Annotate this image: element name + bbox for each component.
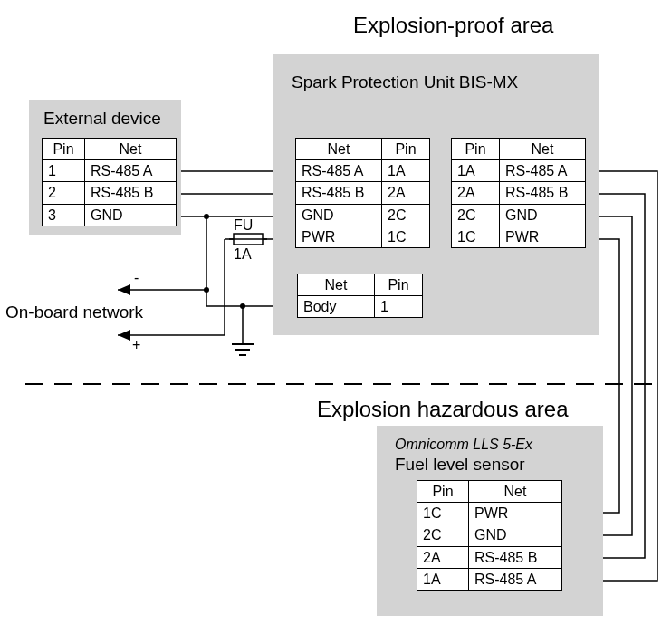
external-device-title: External device (43, 109, 161, 129)
col-net: Net (85, 139, 177, 160)
svg-marker-10 (118, 330, 130, 341)
plus-label: + (132, 337, 140, 353)
table-row: 1CPWR (452, 226, 586, 247)
spark-right-table: Pin Net 1ARS-485 A 2ARS-485 B 2CGND 1CPW… (451, 138, 586, 248)
table-row: 2RS-485 B (43, 182, 177, 204)
minus-label: - (134, 270, 139, 286)
col-net: Net (500, 139, 586, 160)
table-row: Body1 (298, 296, 423, 318)
svg-marker-7 (118, 284, 130, 295)
table-row: 1RS-485 A (43, 160, 177, 182)
table-row: 3GND (43, 204, 177, 226)
fuel-sensor-table: Pin Net 1CPWR 2CGND 2ARS-485 B 1ARS-485 … (417, 480, 562, 591)
fuse-rating-label: 1A (234, 246, 252, 263)
col-pin: Pin (417, 481, 469, 503)
col-net: Net (298, 274, 375, 296)
table-row: 2ARS-485 B (452, 182, 586, 204)
col-net: Net (296, 139, 382, 160)
fuse-label: FU (234, 217, 253, 234)
table-row: GND2C (296, 204, 430, 226)
table-row: PWR1C (296, 226, 430, 247)
table-row: 2CGND (452, 204, 586, 226)
svg-point-5 (204, 214, 209, 219)
area-title-hazardous: Explosion hazardous area (317, 397, 569, 422)
spark-unit-title: Spark Protection Unit BIS-MX (292, 72, 518, 92)
col-pin: Pin (375, 274, 423, 296)
area-title-explosion-proof: Explosion-proof area (353, 13, 553, 38)
svg-point-8 (204, 287, 209, 293)
fuel-sensor-subtitle: Omnicomm LLS 5-Ex (395, 437, 532, 453)
col-net: Net (469, 481, 562, 503)
col-pin: Pin (382, 139, 430, 160)
table-row: 2CGND (417, 524, 562, 546)
col-pin: Pin (43, 139, 85, 160)
external-device-table: Pin Net 1RS-485 A 2RS-485 B 3GND (42, 138, 177, 226)
table-row: 1CPWR (417, 503, 562, 524)
table-row: 1ARS-485 A (417, 568, 562, 590)
table-row: 2ARS-485 B (417, 546, 562, 568)
spark-left-table: Net Pin RS-485 A1A RS-485 B2A GND2C PWR1… (295, 138, 430, 248)
table-row: 1ARS-485 A (452, 160, 586, 182)
fuel-sensor-title: Fuel level sensor (395, 455, 525, 475)
onboard-network-label: On-board network (5, 303, 143, 322)
col-pin: Pin (452, 139, 500, 160)
table-row: RS-485 B2A (296, 182, 430, 204)
spark-body-table: Net Pin Body1 (297, 274, 423, 318)
table-row: RS-485 A1A (296, 160, 430, 182)
